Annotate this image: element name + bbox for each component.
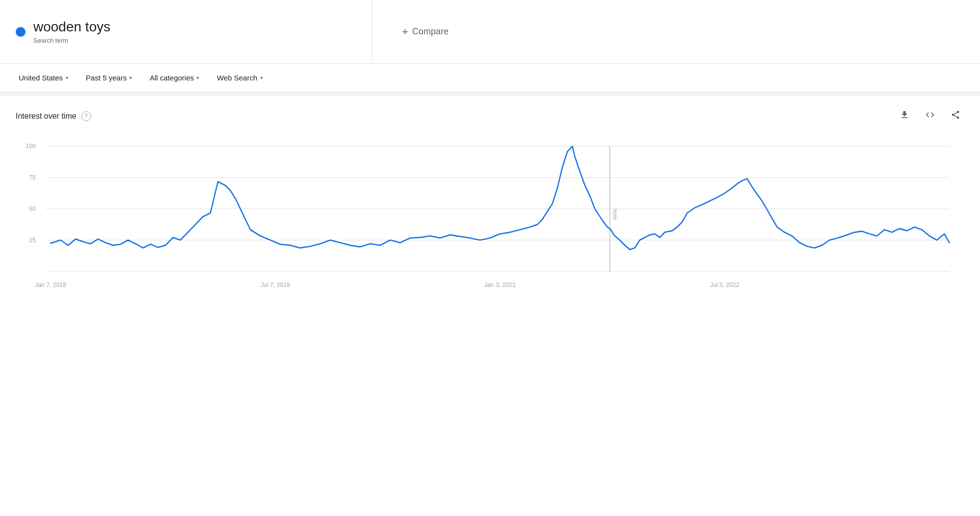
time-range-dropdown-arrow: ▾ [129, 75, 132, 80]
x-label-2019: Jul 7, 2019 [261, 282, 290, 288]
share-icon [951, 110, 960, 120]
help-question-mark: ? [84, 113, 88, 120]
region-dropdown[interactable]: United States ▾ [12, 70, 75, 86]
note-label: Note [612, 209, 618, 220]
chart-title-area: Interest over time ? [16, 111, 91, 121]
search-type-dropdown-arrow: ▾ [260, 75, 263, 80]
y-label-100: 100 [25, 143, 35, 150]
download-icon [900, 110, 909, 120]
compare-plus-icon: + [402, 26, 408, 38]
trend-chart: 100 75 50 25 Jan 7, 2018 Jul 7, 2019 Jan… [16, 136, 964, 303]
filter-bar: United States ▾ Past 5 years ▾ All categ… [0, 64, 980, 92]
chart-header: Interest over time ? [16, 108, 964, 124]
term-color-dot [16, 27, 25, 37]
time-range-label: Past 5 years [86, 74, 126, 82]
chart-section: Interest over time ? [0, 96, 980, 324]
categories-dropdown-arrow: ▾ [197, 75, 199, 80]
share-button[interactable] [947, 108, 964, 124]
download-button[interactable] [896, 108, 913, 124]
compare-button[interactable]: + Compare [396, 22, 454, 42]
y-label-75: 75 [29, 174, 36, 181]
embed-icon [925, 110, 935, 120]
chart-container: 100 75 50 25 Jan 7, 2018 Jul 7, 2019 Jan… [16, 136, 964, 304]
y-label-50: 50 [29, 206, 36, 212]
x-label-2022: Jul 3, 2022 [710, 282, 739, 288]
x-label-2018: Jan 7, 2018 [35, 282, 66, 288]
trend-polyline [50, 146, 949, 249]
categories-label: All categories [150, 74, 194, 82]
region-dropdown-arrow: ▾ [66, 75, 68, 80]
search-type-label: Web Search [217, 74, 257, 82]
section-separator [0, 92, 980, 96]
term-name: wooden toys [33, 19, 110, 35]
search-term-area: wooden toys Search term [0, 0, 373, 63]
compare-label: Compare [412, 26, 449, 37]
categories-dropdown[interactable]: All categories ▾ [143, 70, 206, 86]
embed-button[interactable] [921, 108, 939, 124]
chart-actions [896, 108, 964, 124]
time-range-dropdown[interactable]: Past 5 years ▾ [79, 70, 139, 86]
chart-title: Interest over time [16, 112, 76, 121]
help-icon[interactable]: ? [81, 111, 91, 121]
header-section: wooden toys Search term + Compare [0, 0, 980, 64]
term-info: wooden toys Search term [33, 19, 110, 44]
region-label: United States [19, 74, 63, 82]
term-sub: Search term [33, 37, 110, 44]
x-label-2021: Jan 3, 2021 [484, 282, 516, 288]
y-label-25: 25 [29, 237, 36, 244]
search-type-dropdown[interactable]: Web Search ▾ [210, 70, 269, 86]
compare-area: + Compare [373, 0, 980, 63]
